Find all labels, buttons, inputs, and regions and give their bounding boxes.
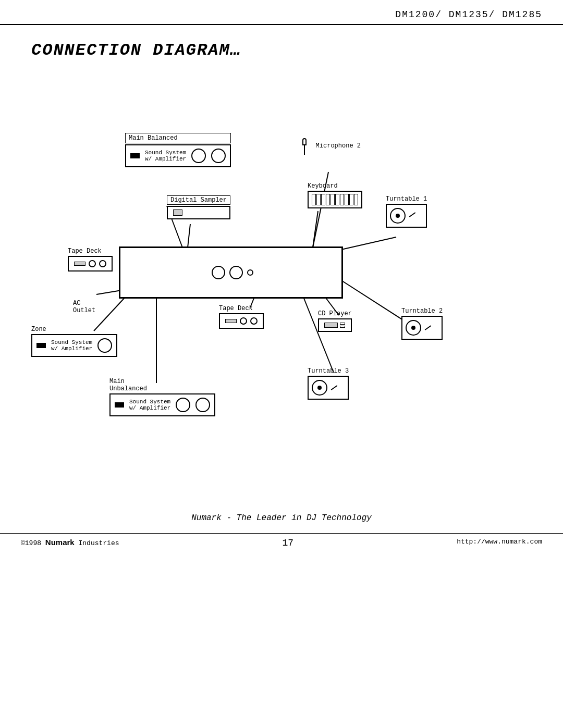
speaker-circle-right: [211, 149, 226, 163]
turntable2-graphic: [401, 316, 443, 340]
turntable2-arm: [425, 325, 432, 330]
footer-brand: Numark: [45, 538, 75, 547]
footer-tagline: Numark - The Leader in DJ Technology: [191, 513, 372, 523]
footer-tagline-area: Numark - The Leader in DJ Technology: [0, 513, 563, 523]
cd-player-label: CD Player: [318, 310, 352, 317]
cd-player-area: CD Player: [318, 310, 352, 332]
svg-line-5: [302, 294, 334, 373]
turntable1-label: Turntable 1: [386, 195, 427, 203]
footer-copyright: ©1998: [21, 539, 41, 547]
main-balanced-label: Main Balanced: [125, 133, 231, 143]
turntable1-disc: [390, 208, 406, 224]
digital-sampler-area: Digital Sampler: [167, 195, 230, 219]
microphone-icon: [302, 138, 307, 155]
page: DM1200/ DM1235/ DM1285 CONNECTION DIAGRA…: [0, 0, 563, 728]
footer-bar: ©1998 Numark Industries 17 http://www.nu…: [0, 533, 563, 548]
turntable3-graphic: [308, 376, 349, 400]
main-balanced-speaker: Main Balanced Sound System w/ Amplifier: [125, 133, 231, 167]
zone-label: Zone: [31, 326, 117, 333]
turntable3-arm: [331, 385, 338, 390]
keyboard-area: Keyboard: [308, 182, 362, 208]
mixer-knob-3: [247, 269, 253, 276]
turntable2-label: Turntable 2: [401, 307, 443, 315]
tape-deck-top-label: Tape Deck: [68, 248, 113, 255]
ac-outlet-label: AC Outlet: [73, 300, 95, 314]
footer-left: ©1998 Numark Industries: [21, 538, 119, 548]
digital-sampler-graphic: [167, 206, 230, 219]
microphone-label: Microphone 2: [316, 142, 361, 150]
svg-line-9: [188, 224, 190, 248]
zone-speaker-graphic: Sound System w/ Amplifier: [31, 334, 117, 357]
turntable1-arm: [409, 212, 416, 217]
footer-page-number: 17: [283, 538, 294, 548]
main-balanced-graphic: Sound System w/ Amplifier: [125, 144, 231, 167]
zone-speaker-area: Zone Sound System w/ Amplifier: [31, 326, 117, 357]
svg-line-3: [339, 237, 396, 250]
digital-sampler-label: Digital Sampler: [167, 195, 230, 205]
main-unbalanced-graphic: Sound System w/ Amplifier: [109, 393, 215, 416]
turntable1-graphic: [386, 204, 427, 228]
cd-player-graphic: [318, 318, 352, 332]
turntable3-area: Turntable 3: [308, 367, 349, 400]
tape-deck-bottom-graphic: [219, 313, 264, 329]
tape-deck-bottom-area: Tape Deck: [219, 305, 264, 329]
turntable1-area: Turntable 1: [386, 195, 427, 228]
tape-deck-top-graphic: [68, 256, 113, 272]
page-title: CONNECTION DIAGRAM…: [0, 25, 563, 65]
microphone-area: Microphone 2: [302, 138, 361, 155]
main-unbalanced-label: Main Unbalanced: [109, 378, 215, 392]
diagram-area: Main Balanced Sound System w/ Amplifier …: [0, 70, 563, 498]
speaker-bar-left: [130, 153, 140, 158]
footer-url: http://www.numark.com: [457, 538, 542, 548]
keyboard-graphic: [308, 191, 362, 208]
turntable2-area: Turntable 2: [401, 307, 443, 340]
tape-deck-top-area: Tape Deck: [68, 248, 113, 272]
header: DM1200/ DM1235/ DM1285: [0, 0, 563, 25]
mixer-knob-2: [229, 266, 243, 279]
main-unbalanced-area: Main Unbalanced Sound System w/ Amplifie…: [109, 378, 215, 416]
speaker-circle-left: [191, 149, 206, 163]
svg-line-8: [313, 211, 318, 248]
keyboard-label: Keyboard: [308, 182, 362, 190]
mixer-knob-1: [212, 266, 225, 279]
tape-deck-bottom-label: Tape Deck: [219, 305, 264, 312]
model-title: DM1200/ DM1235/ DM1285: [395, 9, 542, 20]
mixer-unit: [119, 246, 343, 299]
footer-brand-suffix: Industries: [79, 539, 119, 547]
turntable3-label: Turntable 3: [308, 367, 349, 375]
